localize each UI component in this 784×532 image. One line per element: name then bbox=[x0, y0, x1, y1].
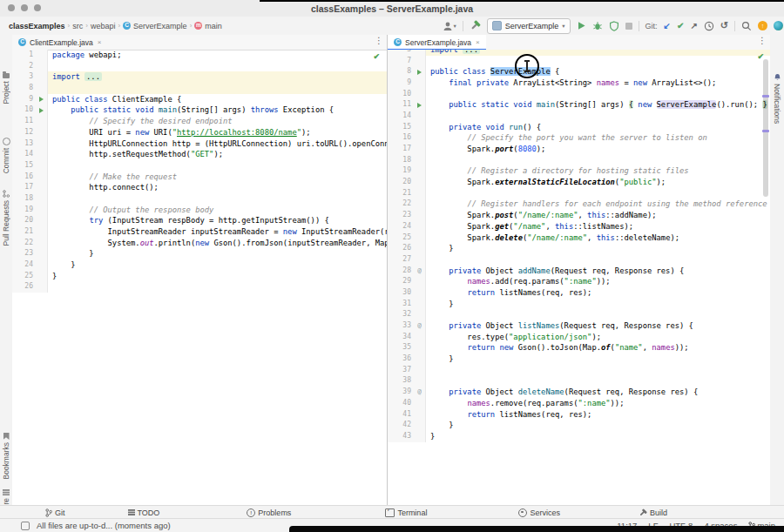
line-number[interactable]: 42 bbox=[388, 420, 414, 431]
code-with-me-icon[interactable] bbox=[774, 21, 783, 30]
code-text[interactable]: Spark.externalStaticFileLocation("public… bbox=[426, 177, 770, 188]
minimize-window-button[interactable] bbox=[21, 4, 28, 11]
code-text[interactable]: Spark.port(8080); bbox=[426, 144, 770, 155]
tab-client-example[interactable]: C ClientExample.java × bbox=[12, 35, 107, 50]
line-number[interactable]: 19 bbox=[12, 205, 36, 216]
run-gutter-icon[interactable] bbox=[414, 99, 426, 111]
status-message[interactable]: All files are up-to-d... (moments ago) bbox=[37, 521, 171, 530]
search-everywhere-button[interactable] bbox=[741, 21, 752, 31]
code-text[interactable] bbox=[426, 375, 770, 387]
code-text[interactable] bbox=[48, 281, 387, 293]
stop-button[interactable] bbox=[625, 23, 632, 30]
code-text[interactable]: InputStreamReader inputStreamReader = ne… bbox=[48, 226, 387, 238]
editor-server-example[interactable]: C ServerExample.java × ⋮ 3import ...78pu… bbox=[388, 35, 770, 506]
code-text[interactable]: Spark.delete("/name/:name", this::delete… bbox=[426, 232, 770, 244]
line-number[interactable]: 14 bbox=[12, 149, 36, 160]
code-text[interactable]: public static void main(String[] args) t… bbox=[48, 104, 387, 116]
code-text[interactable]: URI uri = new URI("http://localhost:8080… bbox=[48, 127, 387, 138]
toolwindow-git[interactable]: Git bbox=[45, 508, 65, 517]
line-number[interactable]: 23 bbox=[388, 210, 414, 221]
toolwindow-build[interactable]: Build bbox=[639, 508, 667, 517]
code-area-client[interactable]: 1package webapi;23import ...89public cla… bbox=[12, 50, 387, 506]
push-button[interactable]: ↗ bbox=[690, 21, 697, 30]
line-number[interactable]: 13 bbox=[12, 138, 36, 150]
annotation-gutter-icon[interactable]: @ bbox=[414, 320, 426, 332]
toolwindow-terminal[interactable]: Terminal bbox=[385, 508, 427, 517]
code-text[interactable]: } bbox=[48, 271, 387, 282]
code-text[interactable] bbox=[426, 111, 770, 122]
code-text[interactable]: } bbox=[48, 259, 387, 271]
code-text[interactable]: public class ClientExample { bbox=[48, 94, 387, 105]
line-number[interactable]: 9 bbox=[12, 94, 36, 105]
ide-update-badge[interactable]: ↑ bbox=[758, 21, 767, 30]
sidebar-item-bookmarks[interactable]: Bookmarks bbox=[0, 433, 12, 480]
toolwindow-services[interactable]: Services bbox=[518, 508, 560, 517]
line-number[interactable]: 19 bbox=[388, 165, 414, 177]
run-gutter-icon[interactable] bbox=[414, 66, 426, 77]
line-number[interactable]: 41 bbox=[388, 409, 414, 421]
code-text[interactable]: } bbox=[426, 243, 770, 254]
breadcrumb-class[interactable]: ServerExample bbox=[133, 22, 187, 30]
run-button[interactable] bbox=[577, 21, 586, 30]
close-icon[interactable]: × bbox=[476, 38, 480, 46]
line-number[interactable]: 26 bbox=[388, 243, 414, 254]
editor-client-example[interactable]: C ClientExample.java × ⋮ 1package webapi… bbox=[12, 35, 388, 506]
annotation-gutter-icon[interactable]: @ bbox=[414, 387, 426, 398]
line-number[interactable]: 34 bbox=[388, 332, 414, 343]
line-number[interactable]: 28 bbox=[388, 266, 414, 277]
line-number[interactable]: 21 bbox=[388, 188, 414, 199]
close-window-button[interactable] bbox=[8, 4, 15, 11]
code-text[interactable]: http.connect(); bbox=[48, 182, 387, 193]
code-text[interactable] bbox=[426, 309, 770, 320]
toolwindow-todo[interactable]: TODO bbox=[128, 508, 160, 517]
line-number[interactable]: 16 bbox=[388, 132, 414, 144]
line-number[interactable]: 7 bbox=[388, 56, 414, 67]
inspections-ok-icon[interactable]: ✔ bbox=[373, 52, 380, 61]
code-text[interactable] bbox=[426, 254, 770, 266]
line-number[interactable]: 10 bbox=[12, 104, 36, 116]
line-number[interactable]: 24 bbox=[388, 221, 414, 232]
code-text[interactable]: } bbox=[426, 354, 770, 365]
code-text[interactable] bbox=[48, 160, 387, 172]
code-text[interactable]: // Register a directory for hosting stat… bbox=[426, 165, 770, 177]
code-text[interactable] bbox=[426, 188, 770, 199]
line-number[interactable]: 3 bbox=[12, 71, 36, 83]
code-text[interactable]: // Make the request bbox=[48, 172, 387, 183]
sidebar-item-notifications[interactable]: Notifications bbox=[770, 73, 784, 124]
code-text[interactable]: res.type("application/json"); bbox=[426, 332, 770, 343]
line-number[interactable]: 18 bbox=[12, 193, 36, 205]
build-project-button[interactable] bbox=[470, 20, 481, 31]
commit-button[interactable]: ✔ bbox=[677, 21, 684, 30]
line-number[interactable]: 24 bbox=[12, 259, 36, 271]
code-area-server[interactable]: 3import ...78public class ServerExample … bbox=[388, 50, 770, 506]
code-text[interactable]: package webapi; bbox=[48, 50, 387, 61]
sidebar-item-project[interactable]: Project bbox=[0, 73, 12, 104]
toolwindow-problems[interactable]: ! Problems bbox=[247, 508, 291, 517]
rollback-button[interactable]: ↺ bbox=[720, 20, 728, 31]
annotation-gutter-icon[interactable]: @ bbox=[414, 266, 426, 277]
line-number[interactable]: 22 bbox=[388, 199, 414, 210]
line-number[interactable]: 2 bbox=[12, 61, 36, 72]
line-number[interactable]: 10 bbox=[388, 89, 414, 100]
line-number[interactable]: 21 bbox=[12, 226, 36, 238]
code-text[interactable]: } bbox=[426, 431, 770, 442]
breadcrumb-webapi[interactable]: webapi bbox=[91, 22, 116, 30]
run-configuration-select[interactable]: ServerExample ▾ bbox=[487, 18, 571, 34]
line-number[interactable]: 12 bbox=[12, 127, 36, 138]
line-number[interactable]: 20 bbox=[12, 215, 36, 226]
line-number[interactable]: 35 bbox=[388, 342, 414, 354]
line-number[interactable]: 15 bbox=[12, 160, 36, 172]
line-number[interactable]: 1 bbox=[12, 50, 36, 61]
run-gutter-icon[interactable] bbox=[36, 94, 48, 105]
code-text[interactable]: // Specify the desired endpoint bbox=[48, 116, 387, 127]
line-number[interactable]: 33 bbox=[388, 320, 414, 332]
code-text[interactable]: // Register handlers for each endpoint u… bbox=[426, 199, 770, 210]
code-text[interactable]: } bbox=[426, 299, 770, 310]
tab-server-example[interactable]: C ServerExample.java × bbox=[388, 35, 486, 50]
code-text[interactable]: // Output the response body bbox=[48, 205, 387, 216]
code-text[interactable]: try (InputStream respBody = http.getInpu… bbox=[48, 215, 387, 226]
line-number[interactable]: 15 bbox=[388, 122, 414, 133]
line-number[interactable]: 30 bbox=[388, 287, 414, 299]
zoom-window-button[interactable] bbox=[34, 4, 41, 11]
code-text[interactable]: http.setRequestMethod("GET"); bbox=[48, 149, 387, 160]
